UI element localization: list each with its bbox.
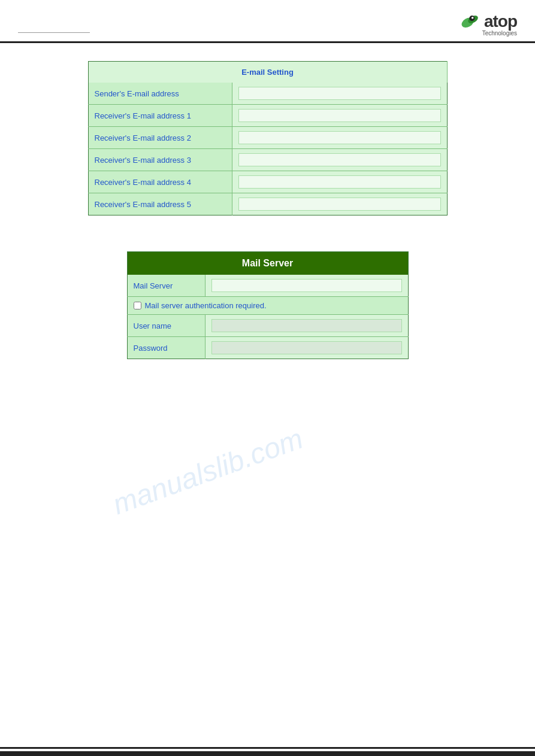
mail-server-input-cell [205, 275, 408, 297]
password-label: Password [127, 337, 205, 359]
email-field-input-3[interactable] [238, 153, 441, 166]
username-label: User name [127, 315, 205, 337]
logo-text: atop [484, 12, 517, 31]
logo-subtext: Technologies [482, 30, 517, 37]
footer-line [0, 747, 535, 749]
password-row: Password [127, 337, 408, 359]
email-field-input-cell-5 [232, 193, 447, 215]
email-field-row-5: Receiver's E-mail address 5 [88, 193, 447, 215]
username-input[interactable] [211, 319, 402, 332]
auth-checkbox[interactable] [134, 302, 141, 309]
password-input[interactable] [211, 341, 402, 354]
footer-bar [0, 751, 535, 756]
email-field-row-4: Receiver's E-mail address 4 [88, 171, 447, 193]
mail-server-input[interactable] [211, 279, 402, 292]
email-field-label-1: Receiver's E-mail address 1 [88, 105, 232, 127]
svg-point-3 [471, 17, 474, 19]
email-field-row-2: Receiver's E-mail address 2 [88, 127, 447, 149]
main-content: E-mail Setting Sender's E-mail addressRe… [0, 43, 535, 377]
mail-server-table: Mail Server Mail Server Mail server auth… [127, 251, 409, 359]
email-field-label-2: Receiver's E-mail address 2 [88, 127, 232, 149]
email-field-input-0[interactable] [238, 87, 441, 100]
email-field-input-5[interactable] [238, 198, 441, 211]
auth-cell: Mail server authentication required. [127, 297, 408, 315]
auth-row: Mail server authentication required. [127, 297, 408, 315]
email-section-title: E-mail Setting [88, 62, 447, 83]
email-setting-table: E-mail Setting Sender's E-mail addressRe… [88, 61, 448, 215]
auth-label[interactable]: Mail server authentication required. [134, 301, 402, 310]
username-row: User name [127, 315, 408, 337]
logo-leaf-icon [460, 11, 482, 32]
email-field-row-3: Receiver's E-mail address 3 [88, 149, 447, 171]
logo-area: atop Technologies [460, 11, 517, 37]
email-field-input-cell-4 [232, 171, 447, 193]
email-field-input-cell-0 [232, 83, 447, 105]
email-field-input-cell-1 [232, 105, 447, 127]
email-field-label-4: Receiver's E-mail address 4 [88, 171, 232, 193]
email-field-row-0: Sender's E-mail address [88, 83, 447, 105]
email-field-input-cell-3 [232, 149, 447, 171]
password-input-cell [205, 337, 408, 359]
email-field-input-2[interactable] [238, 131, 441, 144]
mail-server-label: Mail Server [127, 275, 205, 297]
email-field-input-1[interactable] [238, 109, 441, 122]
header-line [18, 32, 90, 33]
email-field-label-5: Receiver's E-mail address 5 [88, 193, 232, 215]
username-input-cell [205, 315, 408, 337]
email-field-input-4[interactable] [238, 175, 441, 189]
watermark: manualslib.com [108, 422, 307, 521]
mail-server-section-title: Mail Server [127, 252, 408, 275]
email-field-input-cell-2 [232, 127, 447, 149]
mail-server-row: Mail Server [127, 275, 408, 297]
email-field-row-1: Receiver's E-mail address 1 [88, 105, 447, 127]
email-field-label-0: Sender's E-mail address [88, 83, 232, 105]
email-field-label-3: Receiver's E-mail address 3 [88, 149, 232, 171]
auth-label-text: Mail server authentication required. [145, 301, 267, 310]
page-header: atop Technologies [0, 0, 535, 43]
logo-icon: atop [460, 11, 517, 32]
